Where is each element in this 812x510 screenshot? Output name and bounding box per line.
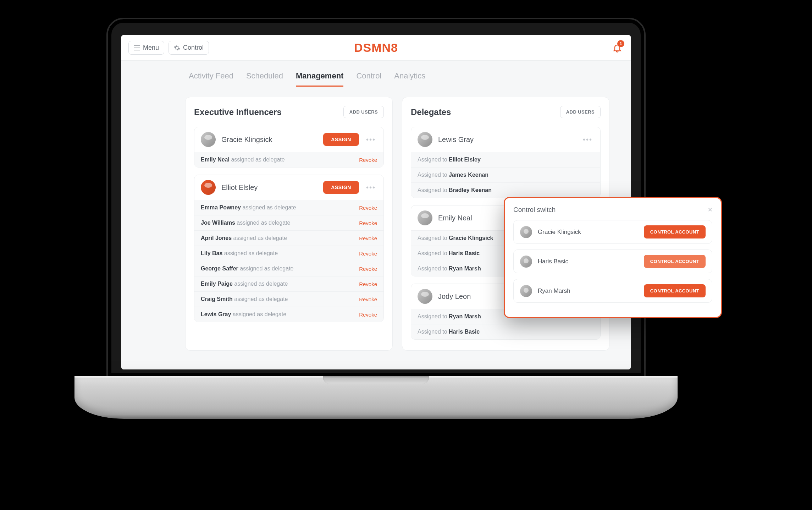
account-name: Haris Basic: [538, 258, 638, 265]
menu-label: Menu: [143, 44, 159, 51]
tab-management[interactable]: Management: [296, 71, 343, 87]
delegate-row: Emily Neal assigned as delegate Revoke: [194, 152, 383, 167]
more-icon[interactable]: •••: [365, 183, 377, 192]
avatar: [520, 256, 532, 268]
delegate-row: Joe Williams assigned as delegateRevoke: [194, 215, 383, 230]
panel-title: Executive Influencers: [194, 107, 282, 117]
revoke-link[interactable]: Revoke: [359, 205, 377, 211]
assigned-row: Assigned to James Keenan: [411, 167, 600, 182]
popup-title: Control switch: [513, 206, 556, 214]
avatar: [201, 180, 216, 195]
tabs: Activity Feed Scheduled Management Contr…: [121, 71, 631, 87]
control-account-button[interactable]: CONTROL ACCOUNT: [644, 255, 706, 268]
notification-count-badge: 1: [617, 40, 624, 47]
tab-analytics[interactable]: Analytics: [394, 71, 425, 87]
avatar: [520, 226, 532, 238]
account-name: Gracie Klingsick: [538, 229, 638, 236]
control-account-button[interactable]: CONTROL ACCOUNT: [644, 284, 706, 297]
assign-button[interactable]: ASSIGN: [323, 181, 359, 194]
laptop-notch: [323, 376, 429, 384]
revoke-link[interactable]: Revoke: [359, 281, 377, 287]
delegate-row: April Jones assigned as delegateRevoke: [194, 230, 383, 246]
avatar: [418, 132, 432, 147]
menu-button[interactable]: Menu: [128, 41, 164, 55]
delegate-name: Emily Neal: [201, 157, 230, 163]
more-icon[interactable]: •••: [581, 136, 594, 144]
control-account-button[interactable]: CONTROL ACCOUNT: [644, 225, 706, 238]
delegate-row: Emma Powney assigned as delegateRevoke: [194, 200, 383, 215]
executive-influencers-panel: Executive Influencers ADD USERS Gracie K…: [185, 97, 393, 351]
close-icon[interactable]: ×: [708, 206, 712, 214]
delegate-row: George Saffer assigned as delegateRevoke: [194, 261, 383, 276]
executive-name: Gracie Klingsick: [221, 136, 317, 144]
tab-scheduled[interactable]: Scheduled: [246, 71, 283, 87]
delegate-name: Lewis Gray: [438, 136, 576, 144]
add-users-button[interactable]: ADD USERS: [560, 106, 601, 118]
avatar: [418, 289, 432, 304]
control-label: Control: [183, 44, 204, 51]
topbar: Menu Control DSMN8 1: [121, 35, 631, 61]
delegate-row: Craig Smith assigned as delegateRevoke: [194, 291, 383, 307]
control-account-row: Haris Basic CONTROL ACCOUNT: [513, 249, 712, 273]
control-account-row: Gracie Klingsick CONTROL ACCOUNT: [513, 220, 712, 244]
assign-button[interactable]: ASSIGN: [323, 133, 359, 146]
account-name: Ryan Marsh: [538, 287, 638, 295]
hamburger-icon: [134, 45, 140, 50]
delegate-row: Lily Bas assigned as delegateRevoke: [194, 246, 383, 261]
delegate-row: Lewis Gray assigned as delegateRevoke: [194, 307, 383, 322]
revoke-link[interactable]: Revoke: [359, 251, 377, 257]
notifications-button[interactable]: 1: [611, 42, 624, 54]
assigned-row: Assigned to Elliot Elsley: [411, 152, 600, 167]
gear-icon: [174, 45, 180, 51]
tab-activity-feed[interactable]: Activity Feed: [189, 71, 233, 87]
control-account-row: Ryan Marsh CONTROL ACCOUNT: [513, 279, 712, 303]
avatar: [520, 285, 532, 297]
delegate-row: Emily Paige assigned as delegateRevoke: [194, 276, 383, 291]
add-users-button[interactable]: ADD USERS: [343, 106, 384, 118]
brand-logo: DSMN8: [354, 41, 398, 55]
avatar: [418, 210, 432, 225]
revoke-link[interactable]: Revoke: [359, 266, 377, 272]
more-icon[interactable]: •••: [365, 136, 377, 144]
delegate-card: Lewis Gray ••• Assigned to Elliot Elsley…: [411, 127, 601, 198]
revoke-link[interactable]: Revoke: [359, 312, 377, 318]
revoke-link[interactable]: Revoke: [359, 220, 377, 226]
control-button[interactable]: Control: [169, 41, 209, 55]
revoke-link[interactable]: Revoke: [359, 235, 377, 241]
executive-card: Elliot Elsley ASSIGN ••• Emma Powney ass…: [194, 175, 384, 322]
assigned-row: Assigned to Bradley Keenan: [411, 182, 600, 198]
tab-control[interactable]: Control: [356, 71, 381, 87]
executive-card: Gracie Klingsick ASSIGN ••• Emily Neal a…: [194, 127, 384, 168]
revoke-link[interactable]: Revoke: [359, 157, 377, 163]
control-switch-popup: Control switch × Gracie Klingsick CONTRO…: [504, 197, 722, 318]
revoke-link[interactable]: Revoke: [359, 296, 377, 302]
assigned-row: Assigned to Haris Basic: [411, 324, 600, 339]
avatar: [201, 132, 216, 147]
delegate-phrase: assigned as delegate: [231, 157, 285, 163]
executive-name: Elliot Elsley: [221, 183, 317, 192]
panel-title: Delegates: [411, 107, 451, 117]
